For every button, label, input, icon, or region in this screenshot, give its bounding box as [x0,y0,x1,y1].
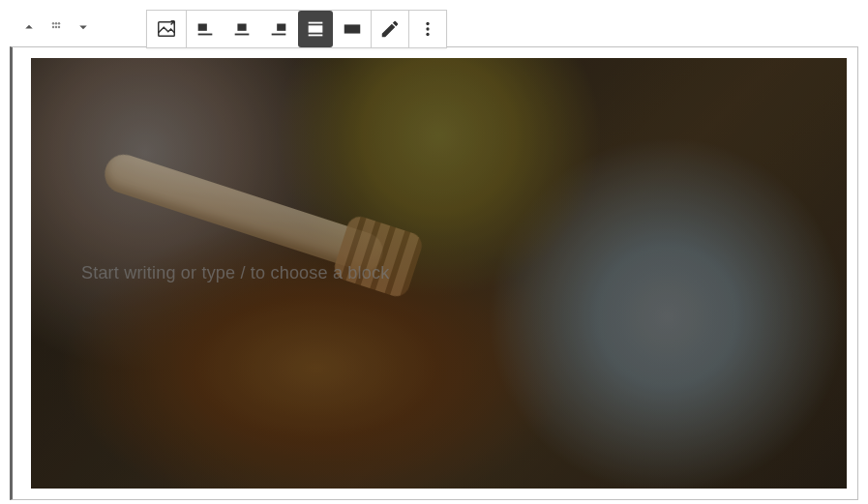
toolbar-group-align [187,11,372,47]
editor-canvas: Start writing or type / to choose a bloc… [0,0,868,504]
svg-rect-11 [277,24,285,31]
chevron-down-icon [75,18,92,36]
svg-point-18 [426,27,429,30]
move-up-button[interactable] [19,17,39,37]
toolbar-group-type [147,11,187,47]
svg-rect-13 [309,25,323,32]
align-left-icon [195,18,216,40]
svg-point-17 [426,22,429,25]
align-center-icon [231,18,253,40]
cover-placeholder-text[interactable]: Start writing or type / to choose a bloc… [31,263,389,283]
align-center-button[interactable] [224,11,259,47]
pencil-icon [379,18,401,40]
align-right-button[interactable] [261,11,296,47]
svg-point-4 [55,26,57,28]
svg-rect-16 [344,24,361,33]
svg-point-1 [55,22,57,24]
cover-block-icon [156,18,177,40]
svg-rect-15 [309,35,323,37]
full-width-button[interactable] [335,11,370,47]
chevron-up-icon [20,18,38,36]
edit-button[interactable] [373,11,407,47]
svg-point-5 [58,26,60,28]
more-options-button[interactable] [410,11,445,47]
svg-point-2 [58,22,60,24]
move-down-button[interactable] [74,17,93,37]
svg-point-3 [52,26,54,28]
toolbar-group-edit [372,11,409,47]
svg-rect-12 [272,34,286,36]
svg-point-0 [52,22,54,24]
wide-width-button[interactable] [298,11,333,47]
svg-rect-10 [235,34,250,36]
wide-width-icon [305,18,326,40]
full-width-icon [342,18,363,40]
align-left-button[interactable] [188,11,223,47]
cover-block[interactable]: Start writing or type / to choose a bloc… [31,58,847,489]
svg-rect-14 [309,22,323,24]
svg-rect-9 [237,24,246,31]
svg-rect-7 [198,24,207,31]
toolbar-group-more [409,11,446,47]
more-vertical-icon [417,18,438,40]
block-toolbar [146,10,447,48]
drag-handle[interactable] [46,17,66,37]
drag-icon [47,18,65,36]
svg-rect-8 [198,34,213,36]
svg-point-19 [426,33,429,36]
block-type-button[interactable] [148,11,185,47]
block-mover [19,17,93,37]
align-right-icon [268,18,289,40]
